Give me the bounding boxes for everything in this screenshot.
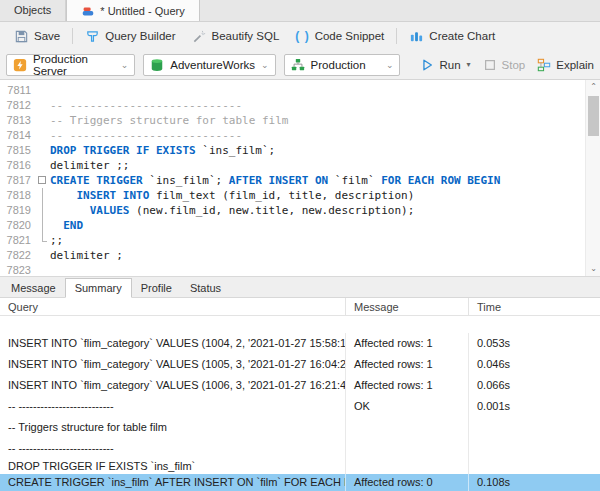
query-line: -- Triggers structure for table film	[8, 417, 337, 438]
result-tab-summary[interactable]: Summary	[65, 278, 132, 298]
result-row[interactable]: INSERT INTO `flim_category` VALUES (1005…	[0, 354, 600, 375]
line-number: 7823	[0, 263, 36, 277]
schema-select[interactable]: Production ⌄	[284, 54, 401, 76]
editor-line[interactable]: 7817CREATE TRIGGER `ins_film`; AFTER INS…	[0, 173, 600, 188]
column-header-message[interactable]: Message	[345, 298, 468, 315]
line-number: 7817	[0, 173, 36, 188]
result-cell-query: -- ---------------------------- Triggers…	[0, 396, 345, 459]
save-label: Save	[34, 30, 60, 42]
explain-button[interactable]: Explain	[537, 58, 594, 72]
result-cell-message: Affected rows: 1	[345, 354, 468, 375]
run-label: Run	[439, 59, 460, 71]
scroll-down-arrow-icon[interactable]: ⌄	[586, 262, 600, 276]
fold-gutter	[36, 203, 50, 218]
tab-objects[interactable]: Objects	[0, 0, 66, 21]
code-text: -- --------------------------	[50, 98, 242, 113]
result-row[interactable]: CREATE TRIGGER `ins_film` AFTER INSERT O…	[0, 474, 600, 491]
save-icon	[14, 29, 29, 44]
result-cell-message: Affected rows: 0	[345, 474, 468, 491]
editor-line[interactable]: 7815DROP TRIGGER IF EXISTS `ins_film`;	[0, 143, 600, 158]
create-chart-button[interactable]: Create Chart	[401, 26, 503, 47]
code-text: CREATE TRIGGER `ins_film`; AFTER INSERT …	[50, 173, 500, 188]
column-header-query[interactable]: Query	[0, 301, 345, 313]
editor-line[interactable]: 7821;;	[0, 233, 600, 248]
result-cell-time: 0.108s	[468, 474, 600, 491]
editor-vertical-scrollbar[interactable]: ⌃ ⌄	[585, 80, 600, 276]
column-header-time[interactable]: Time	[468, 298, 600, 315]
code-token: `film`	[335, 174, 381, 187]
query-line: INSERT INTO `flim_category` VALUES (1005…	[8, 354, 337, 375]
editor-line[interactable]: 7819 VALUES (new.film_id, new.title, new…	[0, 203, 600, 218]
stop-button[interactable]: Stop	[483, 58, 526, 72]
fold-collapse-icon[interactable]	[38, 176, 46, 184]
tab-objects-label: Objects	[14, 4, 51, 16]
query-line: -- --------------------------	[8, 396, 337, 417]
code-token: (new.film_id, new.title, new.description…	[136, 204, 414, 217]
code-token: DROP TRIGGER IF EXISTS	[50, 144, 202, 157]
code-text: delimiter ;	[50, 248, 123, 263]
results-header-row: Query Message Time	[0, 298, 600, 316]
scrollbar-thumb[interactable]	[588, 96, 599, 136]
code-snippet-button[interactable]: ( ) Code Snippet	[287, 26, 392, 46]
query-builder-button[interactable]: Query Builder	[77, 26, 183, 47]
scroll-up-arrow-icon[interactable]: ⌃	[586, 80, 600, 94]
result-tab-profile[interactable]: Profile	[132, 279, 181, 297]
run-button[interactable]: Run ▾	[420, 58, 470, 72]
code-token: delimiter ;;	[50, 159, 129, 172]
line-number: 7812	[0, 98, 36, 113]
connection-select[interactable]: Production Server ⌄	[6, 54, 135, 76]
editor-line[interactable]: 7814-- --------------------------	[0, 128, 600, 143]
result-row[interactable]: -- ---------------------------- Triggers…	[0, 396, 600, 459]
fold-gutter	[36, 128, 50, 143]
database-select[interactable]: AdventureWorks ⌄	[143, 54, 275, 76]
result-row[interactable]: INSERT INTO `flim_category` VALUES (1006…	[0, 375, 600, 396]
line-number: 7816	[0, 158, 36, 173]
save-button[interactable]: Save	[6, 26, 68, 47]
code-token: film_text (film_id, title, description)	[156, 189, 414, 202]
editor-line[interactable]: 7813-- Triggers structure for table film	[0, 113, 600, 128]
result-cell-query: INSERT INTO `flim_category` VALUES (1006…	[0, 375, 345, 396]
editor-line[interactable]: 7816delimiter ;;	[0, 158, 600, 173]
result-cell-time	[468, 459, 600, 474]
line-number: 7814	[0, 128, 36, 143]
editor-line[interactable]: 7818 INSERT INTO film_text (film_id, tit…	[0, 188, 600, 203]
result-tab-message[interactable]: Message	[2, 279, 65, 297]
code-text: DROP TRIGGER IF EXISTS `ins_film`;	[50, 143, 275, 158]
sql-editor[interactable]: 78117812-- --------------------------781…	[0, 80, 600, 277]
connection-select-value: Production Server	[33, 53, 115, 77]
tab-untitled-query[interactable]: * Untitled - Query	[66, 0, 199, 21]
run-dropdown-caret-icon[interactable]: ▾	[467, 60, 471, 69]
fold-gutter[interactable]	[36, 173, 50, 188]
result-cell-message	[345, 459, 468, 474]
code-token: `ins_film`;	[149, 174, 228, 187]
connection-bar: Production Server ⌄ AdventureWorks ⌄ Pro…	[0, 50, 600, 80]
code-token	[50, 219, 63, 232]
editor-line[interactable]: 7823	[0, 263, 600, 277]
editor-line[interactable]: 7811	[0, 83, 600, 98]
beautify-sql-button[interactable]: Beautify SQL	[184, 26, 288, 47]
document-tabbar: Objects * Untitled - Query	[0, 0, 600, 22]
schema-tree-icon	[291, 58, 305, 72]
code-token: -- Triggers structure for table film	[50, 114, 288, 127]
line-number: 7818	[0, 188, 36, 203]
code-token: VALUES	[90, 204, 136, 217]
result-row[interactable]: DROP TRIGGER IF EXISTS `ins_film`	[0, 459, 600, 474]
editor-line[interactable]: 7812-- --------------------------	[0, 98, 600, 113]
editor-line[interactable]: 7820 END	[0, 218, 600, 233]
query-line: INSERT INTO `flim_category` VALUES (1004…	[8, 333, 337, 354]
results-tabbar: MessageSummaryProfileStatus	[0, 277, 600, 298]
result-row[interactable]: INSERT INTO `flim_category` VALUES (1004…	[0, 333, 600, 354]
fold-guide-line	[42, 241, 47, 242]
database-icon	[150, 58, 164, 72]
query-builder-label: Query Builder	[105, 30, 175, 42]
editor-line[interactable]: 7822delimiter ;	[0, 248, 600, 263]
fold-gutter	[36, 218, 50, 233]
toolbar-separator	[72, 28, 73, 44]
explain-plan-icon	[537, 58, 551, 72]
code-token: delimiter ;	[50, 249, 123, 262]
line-number: 7822	[0, 248, 36, 263]
database-select-value: AdventureWorks	[170, 59, 255, 71]
code-text: ;;	[50, 233, 63, 248]
chevron-down-icon: ⌄	[121, 60, 129, 70]
result-tab-status[interactable]: Status	[181, 279, 230, 297]
